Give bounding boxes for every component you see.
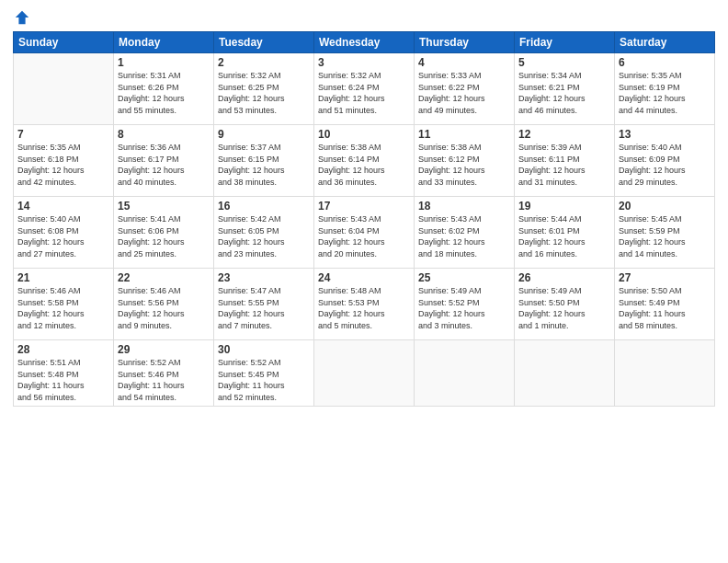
day-number: 24 xyxy=(318,271,410,284)
day-number: 22 xyxy=(118,271,210,284)
day-info: Sunrise: 5:48 AM Sunset: 5:53 PM Dayligh… xyxy=(318,285,410,331)
calendar-cell: 26Sunrise: 5:49 AM Sunset: 5:50 PM Dayli… xyxy=(515,269,615,340)
calendar-cell: 24Sunrise: 5:48 AM Sunset: 5:53 PM Dayli… xyxy=(314,269,415,340)
day-number: 12 xyxy=(518,128,610,141)
weekday-header-row: SundayMondayTuesdayWednesdayThursdayFrid… xyxy=(14,32,715,53)
day-number: 15 xyxy=(118,200,210,213)
day-info: Sunrise: 5:49 AM Sunset: 5:50 PM Dayligh… xyxy=(518,285,610,331)
day-number: 26 xyxy=(518,271,610,284)
calendar-cell: 22Sunrise: 5:46 AM Sunset: 5:56 PM Dayli… xyxy=(114,269,214,340)
day-info: Sunrise: 5:47 AM Sunset: 5:55 PM Dayligh… xyxy=(218,285,310,331)
calendar-cell: 17Sunrise: 5:43 AM Sunset: 6:04 PM Dayli… xyxy=(314,197,415,269)
calendar-cell: 13Sunrise: 5:40 AM Sunset: 6:09 PM Dayli… xyxy=(615,125,715,197)
week-row-5: 28Sunrise: 5:51 AM Sunset: 5:48 PM Dayli… xyxy=(14,340,715,407)
calendar-cell: 28Sunrise: 5:51 AM Sunset: 5:48 PM Dayli… xyxy=(14,340,114,407)
day-number: 30 xyxy=(218,343,310,356)
day-info: Sunrise: 5:43 AM Sunset: 6:04 PM Dayligh… xyxy=(318,213,410,259)
week-row-4: 21Sunrise: 5:46 AM Sunset: 5:58 PM Dayli… xyxy=(14,269,715,340)
day-number: 17 xyxy=(318,200,410,213)
logo-text xyxy=(13,9,31,26)
weekday-header-wednesday: Wednesday xyxy=(314,32,415,53)
day-info: Sunrise: 5:44 AM Sunset: 6:01 PM Dayligh… xyxy=(518,213,610,259)
day-info: Sunrise: 5:32 AM Sunset: 6:25 PM Dayligh… xyxy=(218,70,310,116)
week-row-2: 7Sunrise: 5:35 AM Sunset: 6:18 PM Daylig… xyxy=(14,125,715,197)
day-info: Sunrise: 5:52 AM Sunset: 5:45 PM Dayligh… xyxy=(218,357,310,403)
day-info: Sunrise: 5:33 AM Sunset: 6:22 PM Dayligh… xyxy=(418,70,510,116)
day-info: Sunrise: 5:35 AM Sunset: 6:18 PM Dayligh… xyxy=(17,142,109,188)
calendar-cell: 7Sunrise: 5:35 AM Sunset: 6:18 PM Daylig… xyxy=(14,125,114,197)
day-number: 3 xyxy=(318,56,410,69)
day-number: 18 xyxy=(418,200,510,213)
day-info: Sunrise: 5:49 AM Sunset: 5:52 PM Dayligh… xyxy=(418,285,510,331)
day-info: Sunrise: 5:46 AM Sunset: 5:58 PM Dayligh… xyxy=(17,285,109,331)
day-number: 25 xyxy=(418,271,510,284)
day-number: 9 xyxy=(218,128,310,141)
weekday-header-monday: Monday xyxy=(114,32,214,53)
day-number: 20 xyxy=(619,200,711,213)
calendar-cell: 19Sunrise: 5:44 AM Sunset: 6:01 PM Dayli… xyxy=(515,197,615,269)
calendar-cell: 15Sunrise: 5:41 AM Sunset: 6:06 PM Dayli… xyxy=(114,197,214,269)
day-info: Sunrise: 5:31 AM Sunset: 6:26 PM Dayligh… xyxy=(118,70,210,116)
weekday-header-saturday: Saturday xyxy=(615,32,715,53)
week-row-3: 14Sunrise: 5:40 AM Sunset: 6:08 PM Dayli… xyxy=(14,197,715,269)
day-number: 5 xyxy=(518,56,610,69)
calendar-cell: 25Sunrise: 5:49 AM Sunset: 5:52 PM Dayli… xyxy=(415,269,515,340)
calendar-cell: 18Sunrise: 5:43 AM Sunset: 6:02 PM Dayli… xyxy=(415,197,515,269)
week-row-1: 1Sunrise: 5:31 AM Sunset: 6:26 PM Daylig… xyxy=(14,53,715,125)
calendar-cell: 2Sunrise: 5:32 AM Sunset: 6:25 PM Daylig… xyxy=(214,53,314,125)
calendar-table: SundayMondayTuesdayWednesdayThursdayFrid… xyxy=(13,31,715,407)
weekday-header-thursday: Thursday xyxy=(415,32,515,53)
day-number: 29 xyxy=(118,343,210,356)
day-info: Sunrise: 5:40 AM Sunset: 6:08 PM Dayligh… xyxy=(17,213,109,259)
calendar-cell: 21Sunrise: 5:46 AM Sunset: 5:58 PM Dayli… xyxy=(14,269,114,340)
day-info: Sunrise: 5:51 AM Sunset: 5:48 PM Dayligh… xyxy=(17,357,109,403)
logo xyxy=(13,9,31,26)
day-info: Sunrise: 5:38 AM Sunset: 6:14 PM Dayligh… xyxy=(318,142,410,188)
day-info: Sunrise: 5:42 AM Sunset: 6:05 PM Dayligh… xyxy=(218,213,310,259)
day-info: Sunrise: 5:32 AM Sunset: 6:24 PM Dayligh… xyxy=(318,70,410,116)
day-info: Sunrise: 5:45 AM Sunset: 5:59 PM Dayligh… xyxy=(619,213,711,259)
calendar-cell: 8Sunrise: 5:36 AM Sunset: 6:17 PM Daylig… xyxy=(114,125,214,197)
day-info: Sunrise: 5:50 AM Sunset: 5:49 PM Dayligh… xyxy=(619,285,711,331)
calendar-cell: 20Sunrise: 5:45 AM Sunset: 5:59 PM Dayli… xyxy=(615,197,715,269)
day-info: Sunrise: 5:35 AM Sunset: 6:19 PM Dayligh… xyxy=(619,70,711,116)
weekday-header-friday: Friday xyxy=(515,32,615,53)
day-number: 2 xyxy=(218,56,310,69)
day-info: Sunrise: 5:40 AM Sunset: 6:09 PM Dayligh… xyxy=(619,142,711,188)
day-number: 8 xyxy=(118,128,210,141)
day-number: 21 xyxy=(17,271,109,284)
svg-marker-0 xyxy=(16,11,28,24)
day-info: Sunrise: 5:36 AM Sunset: 6:17 PM Dayligh… xyxy=(118,142,210,188)
day-number: 4 xyxy=(418,56,510,69)
logo-icon xyxy=(14,9,30,26)
day-number: 1 xyxy=(118,56,210,69)
day-info: Sunrise: 5:41 AM Sunset: 6:06 PM Dayligh… xyxy=(118,213,210,259)
day-info: Sunrise: 5:38 AM Sunset: 6:12 PM Dayligh… xyxy=(418,142,510,188)
calendar-cell: 16Sunrise: 5:42 AM Sunset: 6:05 PM Dayli… xyxy=(214,197,314,269)
day-number: 10 xyxy=(318,128,410,141)
calendar-cell: 10Sunrise: 5:38 AM Sunset: 6:14 PM Dayli… xyxy=(314,125,415,197)
day-number: 23 xyxy=(218,271,310,284)
calendar-cell xyxy=(515,340,615,407)
calendar-cell: 23Sunrise: 5:47 AM Sunset: 5:55 PM Dayli… xyxy=(214,269,314,340)
calendar-cell: 12Sunrise: 5:39 AM Sunset: 6:11 PM Dayli… xyxy=(515,125,615,197)
calendar-cell: 27Sunrise: 5:50 AM Sunset: 5:49 PM Dayli… xyxy=(615,269,715,340)
weekday-header-sunday: Sunday xyxy=(14,32,114,53)
calendar-cell: 29Sunrise: 5:52 AM Sunset: 5:46 PM Dayli… xyxy=(114,340,214,407)
calendar-cell: 9Sunrise: 5:37 AM Sunset: 6:15 PM Daylig… xyxy=(214,125,314,197)
day-info: Sunrise: 5:52 AM Sunset: 5:46 PM Dayligh… xyxy=(118,357,210,403)
calendar-cell xyxy=(415,340,515,407)
calendar-cell: 3Sunrise: 5:32 AM Sunset: 6:24 PM Daylig… xyxy=(314,53,415,125)
header xyxy=(13,9,715,26)
day-info: Sunrise: 5:43 AM Sunset: 6:02 PM Dayligh… xyxy=(418,213,510,259)
day-number: 16 xyxy=(218,200,310,213)
day-number: 13 xyxy=(619,128,711,141)
calendar-cell xyxy=(314,340,415,407)
calendar-cell: 5Sunrise: 5:34 AM Sunset: 6:21 PM Daylig… xyxy=(515,53,615,125)
calendar-cell: 4Sunrise: 5:33 AM Sunset: 6:22 PM Daylig… xyxy=(415,53,515,125)
calendar-cell: 11Sunrise: 5:38 AM Sunset: 6:12 PM Dayli… xyxy=(415,125,515,197)
calendar-cell: 14Sunrise: 5:40 AM Sunset: 6:08 PM Dayli… xyxy=(14,197,114,269)
day-number: 27 xyxy=(619,271,711,284)
day-number: 7 xyxy=(17,128,109,141)
day-number: 19 xyxy=(518,200,610,213)
